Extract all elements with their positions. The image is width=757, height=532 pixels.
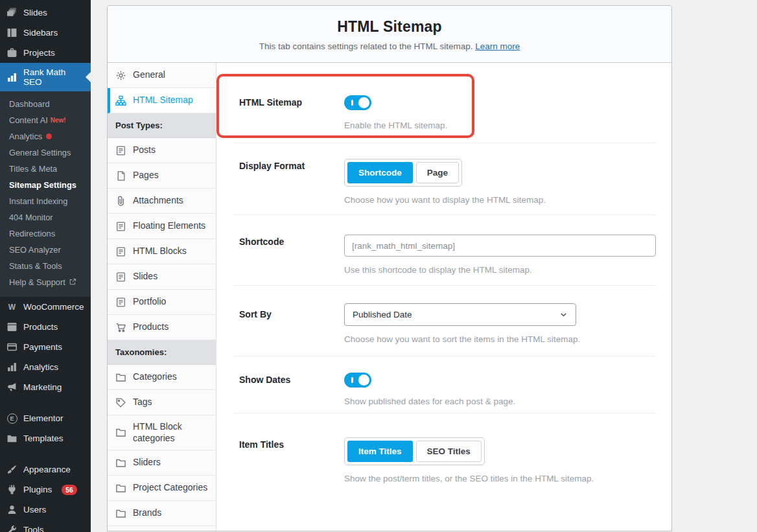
shortcode-input[interactable] [344, 235, 656, 257]
tab-categories[interactable]: Categories [108, 365, 216, 390]
sidebar-item-products[interactable]: Products [0, 317, 91, 337]
sidebar-item-label: Tools [23, 525, 44, 532]
tab-sliders[interactable]: Sliders [108, 450, 216, 476]
submenu-item-general-settings[interactable]: General Settings [0, 145, 91, 161]
submenu-item-sitemap-settings[interactable]: Sitemap Settings [0, 177, 91, 193]
sidebar-item-payments[interactable]: Payments [0, 337, 91, 357]
folder-icon [115, 372, 126, 383]
sidebar-item-analytics[interactable]: Analytics [0, 357, 91, 377]
gear-icon [115, 70, 126, 81]
page-option-button[interactable]: Page [416, 162, 459, 183]
submenu-item-404-monitor[interactable]: 404 Monitor [0, 209, 91, 226]
field-description: Choose how you want to sort the items in… [344, 334, 656, 344]
setting-row-show-dates: Show Dates Show published dates for each… [216, 356, 671, 413]
submenu-item-status-tools[interactable]: Status & Tools [0, 258, 91, 274]
folder-icon [115, 427, 126, 438]
tab-html-block-categories[interactable]: HTML Block categories [108, 415, 216, 450]
setting-row-item-titles: Item Titles Item Titles SEO Titles Show … [216, 413, 671, 494]
new-badge: New! [51, 117, 66, 124]
field-description: Show published dates for each post & pag… [344, 397, 656, 406]
tab-portfolio[interactable]: Portfolio [108, 290, 216, 315]
tab-slides[interactable]: Slides [108, 264, 216, 290]
sidebar-item-label: Marketing [23, 382, 62, 392]
tab-floating-elements[interactable]: Floating Elements [108, 214, 216, 239]
sidebar-item-label: Templates [23, 434, 64, 443]
elementor-icon: E [6, 413, 17, 424]
submenu-item-titles-meta[interactable]: Titles & Meta [0, 161, 91, 177]
learn-more-link[interactable]: Learn more [475, 41, 520, 51]
submenu-item-analytics[interactable]: Analytics [0, 128, 91, 145]
sidebar-item-projects[interactable]: Projects [0, 43, 91, 63]
submenu-item-help-support[interactable]: Help & Support [0, 274, 91, 290]
wp-admin-screen: Slides Sidebars Projects Rank Math SEO D… [0, 0, 757, 532]
tab-pages[interactable]: Pages [108, 163, 216, 189]
sitemap-icon [115, 95, 126, 106]
sidebar-item-rank-math-seo[interactable]: Rank Math SEO [0, 63, 91, 91]
field-label: Item Titles [239, 437, 344, 483]
setting-row-html-sitemap: HTML Sitemap Enable the HTML sitemap. [216, 63, 671, 143]
show-dates-toggle[interactable] [344, 373, 371, 387]
slides-icon [6, 7, 17, 18]
tab-products[interactable]: Products [108, 315, 216, 340]
submenu-item-instant-indexing[interactable]: Instant Indexing [0, 193, 91, 209]
tab-html-blocks[interactable]: HTML Blocks [108, 239, 216, 264]
sidebar-item-label: Users [23, 505, 46, 515]
megaphone-icon [6, 382, 17, 393]
sidebars-icon [6, 27, 17, 38]
sidebar-item-slides[interactable]: Slides [0, 3, 91, 23]
tab-attachments[interactable]: Attachments [108, 189, 216, 214]
menu-separator [0, 397, 91, 408]
sidebar-item-label: Payments [23, 342, 62, 352]
sidebar-item-sidebars[interactable]: Sidebars [0, 23, 91, 43]
submenu-item-dashboard[interactable]: Dashboard [0, 96, 91, 112]
sidebar-item-label: Sidebars [23, 28, 58, 38]
rank-math-icon [6, 72, 17, 83]
tab-posts[interactable]: Posts [108, 138, 216, 163]
item-titles-option-button[interactable]: Item Titles [347, 441, 413, 462]
field-label: Sort By [239, 303, 344, 344]
chevron-down-icon [559, 310, 568, 319]
notification-dot [46, 133, 52, 139]
rank-math-settings-card: HTML Sitemap This tab contains settings … [107, 5, 672, 531]
product-box-icon [6, 321, 17, 332]
field-label: Shortcode [239, 235, 344, 275]
plugins-update-badge: 56 [62, 485, 77, 495]
item-titles-button-group: Item Titles SEO Titles [344, 437, 485, 465]
sidebar-item-tools[interactable]: Tools [0, 520, 91, 532]
page-title: HTML Sitemap [114, 18, 665, 36]
user-icon [6, 504, 17, 515]
admin-sidebar: Slides Sidebars Projects Rank Math SEO D… [0, 0, 91, 532]
sidebar-item-templates[interactable]: Templates [0, 428, 91, 448]
post-icon [115, 221, 126, 232]
field-label: Show Dates [239, 373, 344, 406]
tab-brands[interactable]: Brands [108, 501, 216, 526]
seo-titles-option-button[interactable]: SEO Titles [416, 441, 482, 462]
cart-icon [115, 322, 126, 333]
sort-by-select[interactable]: Published Date [344, 303, 576, 326]
sidebar-item-label: WooCommerce [23, 302, 84, 312]
post-icon [115, 145, 126, 156]
menu-separator [0, 448, 91, 459]
tab-tags[interactable]: Tags [108, 390, 216, 415]
tab-html-sitemap[interactable]: HTML Sitemap [108, 88, 216, 113]
sidebar-item-marketing[interactable]: Marketing [0, 377, 91, 397]
submenu-item-redirections[interactable]: Redirections [0, 226, 91, 242]
tab-general[interactable]: General [108, 63, 216, 88]
sidebar-item-users[interactable]: Users [0, 500, 91, 520]
shortcode-option-button[interactable]: Shortcode [347, 162, 413, 183]
tab-project-categories[interactable]: Project Categories [108, 476, 216, 501]
tag-icon [115, 397, 126, 408]
sidebar-item-woocommerce[interactable]: W WooCommerce [0, 297, 91, 317]
field-description: Show the post/term titles, or the SEO ti… [344, 474, 656, 483]
sidebar-item-label: Slides [23, 8, 47, 17]
sidebar-item-elementor[interactable]: E Elementor [0, 408, 91, 428]
submenu-item-content-ai[interactable]: Content AINew! [0, 112, 91, 128]
submenu-item-seo-analyzer[interactable]: SEO Analyzer [0, 242, 91, 258]
html-sitemap-toggle[interactable] [344, 95, 371, 110]
selected-option: Published Date [353, 310, 412, 319]
sidebar-item-appearance[interactable]: Appearance [0, 459, 91, 480]
sidebar-item-label: Products [23, 322, 58, 332]
sidebar-item-label: Projects [23, 48, 55, 58]
sidebar-item-plugins[interactable]: Plugins 56 [0, 480, 91, 500]
setting-row-shortcode: Shortcode Use this shortcode to display … [216, 215, 671, 285]
